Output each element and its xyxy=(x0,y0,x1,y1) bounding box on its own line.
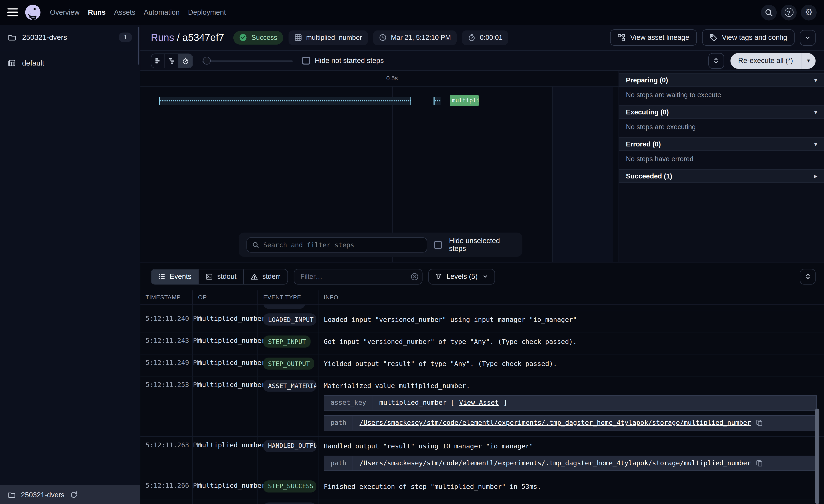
breadcrumb-runs-link[interactable]: Runs xyxy=(151,32,174,43)
event-row-partial xyxy=(140,304,824,310)
search-icon[interactable] xyxy=(761,5,777,20)
gantt-timeline-header: 0.5s xyxy=(140,71,619,87)
log-filter xyxy=(294,269,422,284)
settings-gear-icon[interactable]: ⚙ xyxy=(801,5,817,20)
clear-filter-icon[interactable] xyxy=(410,272,419,281)
step-search-overlay: Hide unselected steps xyxy=(238,233,522,257)
menu-icon[interactable] xyxy=(7,8,18,17)
nav-item-runs[interactable]: Runs xyxy=(88,8,106,16)
toolbar-right: Re-execute all (*) ▾ xyxy=(708,53,816,69)
gantt-step-bar[interactable]: multipli… xyxy=(450,95,479,106)
timeline-tick-label: 0.5s xyxy=(382,75,403,81)
reload-icon[interactable] xyxy=(70,491,78,498)
waterfall-view-icon[interactable] xyxy=(165,54,179,68)
main-content: Runs / a5347ef7 Success multiplied_nu xyxy=(140,25,824,504)
path-link[interactable]: /Users/smackesey/stm/code/elementl/exper… xyxy=(359,459,751,468)
sidebar-item-default[interactable]: default xyxy=(0,54,140,72)
status-section-succeeded[interactable]: Succeeded (1)▸ xyxy=(619,169,824,183)
caret-down-icon: ▾ xyxy=(814,108,817,115)
status-section-preparing[interactable]: Preparing (0)▾ xyxy=(619,73,824,87)
breadcrumb-separator: / xyxy=(174,32,182,43)
metadata-row: path/Users/smackesey/stm/code/elementl/e… xyxy=(324,415,817,430)
status-section-errored[interactable]: Errored (0)▾ xyxy=(619,137,824,151)
column-timestamp: TIMESTAMP xyxy=(140,290,193,304)
event-type-badge: HANDLED_OUTPUT xyxy=(263,440,316,452)
folder-icon xyxy=(8,33,16,41)
metadata-row: asset_keymultiplied_number [View Asset] xyxy=(324,395,817,410)
event-row: 5:12:11.249 PMmultiplied_numberSTEP_OUTP… xyxy=(140,354,824,376)
tag-icon xyxy=(709,33,717,41)
event-list-icon xyxy=(158,273,166,280)
event-op: multiplied_number xyxy=(193,310,258,332)
status-section-executing[interactable]: Executing (0)▾ xyxy=(619,105,824,119)
view-asset-lineage-button[interactable]: View asset lineage xyxy=(610,29,697,46)
step-search-input[interactable] xyxy=(263,241,422,249)
metadata-key: path xyxy=(324,456,353,470)
search-icon xyxy=(252,241,259,248)
path-link[interactable]: /Users/smackesey/stm/code/elementl/exper… xyxy=(359,418,751,427)
help-icon[interactable]: ? xyxy=(781,5,797,20)
event-type-badge: STEP_INPUT xyxy=(263,336,311,348)
levels-dropdown[interactable]: Levels (5) xyxy=(428,269,495,284)
run-id: a5347ef7 xyxy=(183,32,224,43)
step-search-box xyxy=(246,237,427,252)
timed-view-icon[interactable] xyxy=(179,54,192,68)
view-asset-link[interactable]: View Asset xyxy=(459,398,499,407)
nav-item-assets[interactable]: Assets xyxy=(114,8,135,16)
tab-events[interactable]: Events xyxy=(151,269,199,284)
event-log-section: Events stdout stderr xyxy=(140,263,824,504)
copy-icon[interactable] xyxy=(756,460,763,467)
nav-item-deployment[interactable]: Deployment xyxy=(188,8,226,16)
sidebar-scrollbar[interactable] xyxy=(138,27,139,65)
more-actions-chevron[interactable] xyxy=(800,30,816,45)
status-panel: Preparing (0)▾No steps are waiting to ex… xyxy=(619,71,824,262)
nav-item-overview[interactable]: Overview xyxy=(50,8,80,16)
event-type-badge: STEP_SUCCESS xyxy=(263,480,316,492)
dagster-app: OverviewRunsAssetsAutomationDeployment ?… xyxy=(0,0,824,504)
duration-tag: 0:00:01 xyxy=(462,30,509,45)
event-info-text: Materialized value multiplied_number. xyxy=(324,381,819,391)
run-count-badge: 1 xyxy=(119,32,132,42)
reexecute-all-button[interactable]: Re-execute all (*) ▾ xyxy=(730,53,816,69)
page-title: Runs / a5347ef7 xyxy=(151,32,224,43)
nav-item-automation[interactable]: Automation xyxy=(144,8,180,16)
hide-unselected-checkbox[interactable] xyxy=(434,241,442,249)
gantt-dotted-span xyxy=(159,97,411,105)
tab-stdout[interactable]: stdout xyxy=(199,269,244,284)
metadata-row: path/Users/smackesey/stm/code/elementl/e… xyxy=(324,456,817,471)
expand-gantt-button[interactable] xyxy=(708,53,724,69)
asset-tag[interactable]: multiplied_number xyxy=(288,30,368,45)
log-tabs: Events stdout stderr xyxy=(151,269,288,284)
metadata-value: multiplied_number [View Asset] xyxy=(373,396,514,410)
expand-log-button[interactable] xyxy=(800,269,816,284)
log-scrollbar-thumb[interactable] xyxy=(815,408,819,504)
view-tags-config-button[interactable]: View tags and config xyxy=(702,29,795,46)
slider-track[interactable] xyxy=(202,60,293,62)
caret-down-icon: ▾ xyxy=(814,140,817,147)
dagster-logo-icon[interactable] xyxy=(25,4,41,20)
chevron-down-icon xyxy=(482,274,488,279)
slider-thumb[interactable] xyxy=(203,56,211,64)
hide-not-started-control: Hide not started steps xyxy=(302,57,384,65)
sidebar-item-250321-dvers[interactable]: 250321-dvers 1 xyxy=(0,28,140,46)
event-timestamp: 5:12:11.253 PM xyxy=(140,377,193,436)
status-empty-text: No steps are waiting to execute xyxy=(619,87,824,105)
copy-icon[interactable] xyxy=(756,419,763,426)
event-timestamp: 5:12:11.240 PM xyxy=(140,310,193,332)
flat-view-icon[interactable] xyxy=(151,54,165,68)
caret-down-icon: ▾ xyxy=(814,76,817,83)
event-op: multiplied_number xyxy=(193,437,258,477)
gantt-dotted-span-mini xyxy=(434,97,440,105)
log-filter-input[interactable] xyxy=(294,269,422,284)
hide-not-started-checkbox[interactable] xyxy=(302,57,310,65)
caret-right-icon: ▸ xyxy=(814,172,817,179)
up-down-chevrons-icon xyxy=(804,273,811,280)
event-timestamp: 5:12:11.243 PM xyxy=(140,333,193,354)
column-info: INFO xyxy=(318,290,824,304)
tab-stderr[interactable]: stderr xyxy=(244,269,287,284)
status-empty-text: No steps are executing xyxy=(619,119,824,137)
zoom-slider[interactable] xyxy=(202,56,293,65)
view-mode-segmented-control xyxy=(151,53,193,68)
reexecute-dropdown-caret[interactable]: ▾ xyxy=(802,53,816,69)
gantt-chart: 0.5s multipli… xyxy=(140,71,619,262)
